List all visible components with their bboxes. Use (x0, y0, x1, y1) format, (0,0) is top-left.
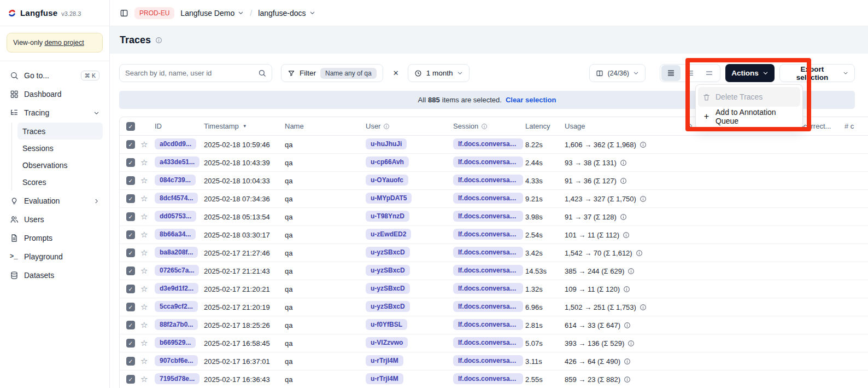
select-all-checkbox[interactable]: ✓ (126, 122, 135, 131)
sidebar-item-prompts[interactable]: Prompts (7, 229, 103, 247)
table-row[interactable]: ✓ ☆ 5cca9cf2... 2025-02-17 21:20:19 qa u… (120, 298, 868, 316)
session-badge[interactable]: lf.docs.conversation... (453, 138, 523, 149)
session-badge[interactable]: lf.docs.conversation... (453, 211, 523, 222)
row-checkbox[interactable]: ✓ (126, 303, 135, 311)
info-icon[interactable] (636, 250, 643, 257)
column-header-id[interactable]: ID (153, 122, 202, 130)
table-row[interactable]: ✓ ☆ 8b66a34... 2025-02-18 03:30:17 qa u-… (120, 226, 868, 244)
user-badge[interactable]: u-MYpDAT5 (366, 193, 412, 204)
sidebar-toggle-icon[interactable] (120, 8, 128, 18)
star-icon[interactable]: ☆ (140, 230, 148, 239)
star-icon[interactable]: ☆ (140, 248, 148, 257)
user-badge[interactable]: u-OYauofc (366, 175, 408, 186)
user-badge[interactable]: u-rTrjI4M (366, 373, 403, 384)
user-badge[interactable]: u-T98YnzD (366, 211, 409, 222)
column-header-latency[interactable]: Latency (523, 122, 562, 130)
column-header-session[interactable]: Session (451, 122, 523, 130)
star-icon[interactable]: ☆ (140, 176, 148, 185)
filter-button[interactable]: Filter Name any of qa (281, 64, 383, 82)
session-badge[interactable]: lf.docs.conversation... (453, 283, 523, 294)
trace-id-badge[interactable]: 8b66a34... (155, 229, 196, 240)
clear-selection-link[interactable]: Clear selection (506, 96, 556, 104)
column-header-name[interactable]: Name (283, 122, 363, 130)
time-range-button[interactable]: 1 month (408, 64, 470, 82)
session-badge[interactable]: lf.docs.conversation... (453, 373, 523, 384)
table-row[interactable]: ✓ ☆ 084c739... 2025-02-18 10:04:33 qa u-… (120, 172, 868, 190)
star-icon[interactable]: ☆ (140, 158, 148, 167)
menu-item-delete-traces[interactable]: Delete Traces (698, 87, 800, 107)
info-icon[interactable] (624, 322, 631, 329)
column-header-usage[interactable]: Usage (562, 122, 684, 130)
user-badge[interactable]: u-yzSBxcD (366, 247, 410, 258)
row-checkbox[interactable]: ✓ (126, 176, 135, 185)
trace-id-badge[interactable]: a433de51... (155, 157, 200, 167)
star-icon[interactable]: ☆ (140, 339, 148, 348)
sidebar-item-traces[interactable]: Traces (17, 123, 103, 140)
project-breadcrumb[interactable]: langfuse-docs (258, 9, 315, 18)
row-checkbox[interactable]: ✓ (126, 285, 135, 293)
search-icon[interactable] (258, 69, 266, 77)
trace-id-badge[interactable]: 5cca9cf2... (155, 301, 198, 312)
info-icon[interactable] (620, 177, 627, 184)
sidebar-item-observations[interactable]: Observations (17, 157, 103, 173)
sidebar-item-goto[interactable]: Go to... ⌘ K (7, 66, 103, 85)
row-checkbox[interactable]: ✓ (126, 375, 135, 384)
session-badge[interactable]: lf.docs.conversation... (453, 175, 523, 186)
sidebar-item-scores[interactable]: Scores (17, 173, 103, 190)
info-icon[interactable] (620, 159, 627, 166)
trace-id-badge[interactable]: ba8a208f... (155, 247, 198, 258)
info-icon[interactable] (624, 358, 631, 365)
row-checkbox[interactable]: ✓ (126, 357, 135, 366)
star-icon[interactable]: ☆ (140, 321, 148, 329)
trace-id-badge[interactable]: d3e9d1f2... (155, 283, 198, 294)
session-badge[interactable]: lf.docs.conversation... (453, 265, 523, 276)
info-icon[interactable] (627, 268, 635, 275)
user-badge[interactable]: u-rTrjI4M (366, 355, 403, 366)
row-checkbox[interactable]: ✓ (126, 339, 135, 348)
trace-id-badge[interactable]: 88f2a7b0... (155, 319, 198, 330)
table-row[interactable]: ✓ ☆ 7195d78e... 2025-02-17 16:36:43 qa u… (120, 370, 868, 388)
info-icon[interactable] (623, 286, 630, 293)
star-icon[interactable]: ☆ (140, 375, 148, 384)
sidebar-item-users[interactable]: Users (7, 210, 103, 229)
trace-id-badge[interactable]: dd05753... (155, 211, 196, 222)
star-icon[interactable]: ☆ (140, 140, 148, 149)
sidebar-item-playground[interactable]: >_ Playground (7, 247, 103, 266)
trace-id-badge[interactable]: a0cd0d9... (155, 138, 196, 149)
trace-id-badge[interactable]: 084c739... (155, 175, 196, 186)
columns-button[interactable]: (24/36) (589, 64, 646, 82)
table-row[interactable]: ✓ ☆ ba8a208f... 2025-02-17 21:27:46 qa u… (120, 244, 868, 262)
star-icon[interactable]: ☆ (140, 303, 148, 311)
sidebar-item-dashboard[interactable]: Dashboard (7, 85, 103, 103)
row-checkbox[interactable]: ✓ (126, 321, 135, 329)
row-height-small-button[interactable] (661, 65, 681, 81)
trace-id-badge[interactable]: 07265c7a... (155, 265, 199, 276)
session-badge[interactable]: lf.docs.conversation... (453, 247, 523, 258)
user-badge[interactable]: u-VIZzvwo (366, 337, 408, 348)
star-icon[interactable]: ☆ (140, 357, 148, 366)
table-row[interactable]: ✓ ☆ 07265c7a... 2025-02-17 21:21:43 qa u… (120, 262, 868, 280)
org-breadcrumb[interactable]: Langfuse Demo (180, 9, 244, 18)
info-icon[interactable] (640, 195, 647, 202)
row-checkbox[interactable]: ✓ (126, 140, 135, 149)
session-badge[interactable]: lf.docs.conversation... (453, 301, 523, 312)
export-selection-button[interactable]: Export selection (779, 64, 855, 82)
session-badge[interactable]: lf.docs.conversation... (453, 229, 523, 240)
table-row[interactable]: ✓ ☆ b669529... 2025-02-17 16:58:45 qa u-… (120, 334, 868, 352)
column-header-timestamp[interactable]: Timestamp▼ (202, 122, 283, 130)
sidebar-item-evaluation[interactable]: Evaluation (7, 192, 103, 210)
user-badge[interactable]: u-zEwdED2 (366, 229, 411, 240)
star-icon[interactable]: ☆ (140, 212, 148, 221)
table-row[interactable]: ✓ ☆ 88f2a7b0... 2025-02-17 18:25:26 qa u… (120, 316, 868, 334)
table-row[interactable]: ✓ ☆ a433de51... 2025-02-18 10:43:39 qa u… (120, 154, 868, 172)
search-input[interactable] (125, 69, 254, 77)
info-icon[interactable] (623, 231, 630, 239)
row-height-large-button[interactable] (700, 65, 719, 81)
table-row[interactable]: ✓ ☆ dd05753... 2025-02-18 05:13:54 qa u-… (120, 208, 868, 226)
info-icon[interactable] (640, 304, 647, 311)
info-icon[interactable] (640, 141, 647, 148)
sidebar-item-datasets[interactable]: Datasets (7, 266, 103, 285)
session-badge[interactable]: lf.docs.conversation... (453, 337, 523, 348)
user-badge[interactable]: u-yzSBxcD (366, 265, 410, 276)
row-checkbox[interactable]: ✓ (126, 158, 135, 167)
